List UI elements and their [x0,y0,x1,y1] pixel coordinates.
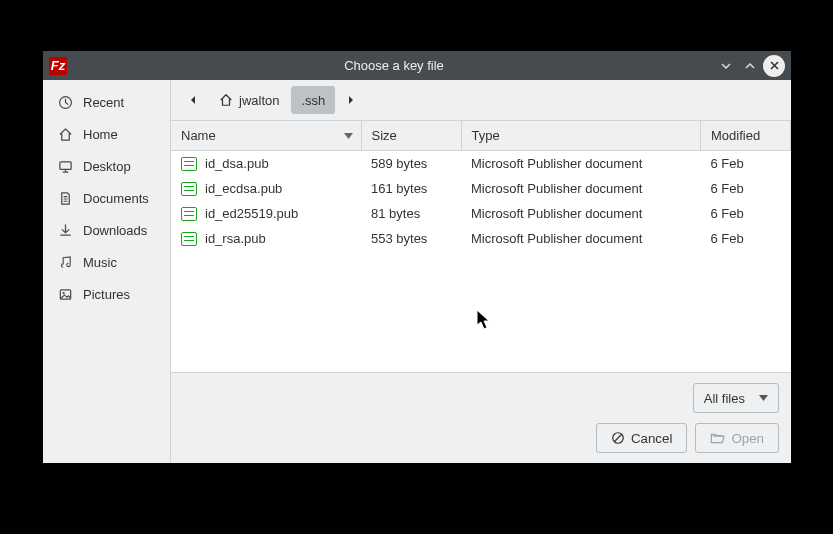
file-row[interactable]: id_ed25519.pub 81 bytes Microsoft Publis… [171,201,791,226]
cancel-button[interactable]: Cancel [596,423,688,453]
file-modified: 6 Feb [701,226,791,251]
window-title: Choose a key file [75,58,713,73]
file-type: Microsoft Publisher document [461,151,701,177]
sidebar-item-label: Desktop [83,159,131,174]
file-type: Microsoft Publisher document [461,176,701,201]
close-button[interactable] [763,55,785,77]
column-header-modified[interactable]: Modified [701,121,791,151]
clock-icon [57,94,73,110]
file-size: 81 bytes [361,201,461,226]
breadcrumb-segment-current[interactable]: .ssh [291,86,335,114]
sidebar-item-pictures[interactable]: Pictures [43,278,170,310]
sidebar-item-label: Music [83,255,117,270]
dialog-footer: All files Cancel [171,372,791,463]
column-header-size[interactable]: Size [361,121,461,151]
minimize-button[interactable] [715,55,737,77]
sidebar-item-label: Recent [83,95,124,110]
places-sidebar: Recent Home Desktop Documents [43,80,171,463]
file-name: id_ecdsa.pub [205,181,282,196]
sidebar-item-label: Downloads [83,223,147,238]
image-icon [57,286,73,302]
breadcrumb-label: jwalton [239,93,279,108]
file-name: id_rsa.pub [205,231,266,246]
publisher-file-icon [181,182,197,196]
home-icon [219,93,233,107]
file-name: id_ed25519.pub [205,206,298,221]
filezilla-icon: Fz [49,57,67,75]
publisher-file-icon [181,232,197,246]
music-icon [57,254,73,270]
breadcrumb-forward-button[interactable] [337,86,365,114]
chevron-down-icon [759,395,768,401]
sidebar-item-downloads[interactable]: Downloads [43,214,170,246]
file-row[interactable]: id_ecdsa.pub 161 bytes Microsoft Publish… [171,176,791,201]
open-button[interactable]: Open [695,423,779,453]
column-header-type[interactable]: Type [461,121,701,151]
breadcrumb-segment-home[interactable]: jwalton [209,86,289,114]
file-row[interactable]: id_dsa.pub 589 bytes Microsoft Publisher… [171,151,791,177]
sidebar-item-documents[interactable]: Documents [43,182,170,214]
svg-rect-1 [59,161,70,169]
publisher-file-icon [181,157,197,171]
folder-open-icon [710,431,725,445]
sidebar-item-label: Documents [83,191,149,206]
home-icon [57,126,73,142]
file-size: 589 bytes [361,151,461,177]
file-type: Microsoft Publisher document [461,226,701,251]
sidebar-item-label: Pictures [83,287,130,302]
column-header-name[interactable]: Name [171,121,361,151]
sidebar-item-music[interactable]: Music [43,246,170,278]
breadcrumb-label: .ssh [301,93,325,108]
cancel-icon [611,431,625,445]
desktop-icon [57,158,73,174]
publisher-file-icon [181,207,197,221]
sidebar-item-recent[interactable]: Recent [43,86,170,118]
sort-descending-icon [344,133,353,139]
maximize-button[interactable] [739,55,761,77]
titlebar: Fz Choose a key file [43,51,791,80]
documents-icon [57,190,73,206]
breadcrumb: jwalton .ssh [171,80,791,121]
breadcrumb-back-button[interactable] [179,86,207,114]
sidebar-item-home[interactable]: Home [43,118,170,150]
file-modified: 6 Feb [701,151,791,177]
file-size: 161 bytes [361,176,461,201]
file-type: Microsoft Publisher document [461,201,701,226]
file-size: 553 bytes [361,226,461,251]
file-name: id_dsa.pub [205,156,269,171]
file-modified: 6 Feb [701,176,791,201]
file-list: Name Size Type Modified id_d [171,121,791,372]
file-modified: 6 Feb [701,201,791,226]
sidebar-item-label: Home [83,127,118,142]
file-row[interactable]: id_rsa.pub 553 bytes Microsoft Publisher… [171,226,791,251]
file-open-dialog: Fz Choose a key file Recent Home [43,51,791,463]
sidebar-item-desktop[interactable]: Desktop [43,150,170,182]
svg-point-3 [62,291,64,293]
download-icon [57,222,73,238]
filter-selected-label: All files [704,391,745,406]
file-type-filter[interactable]: All files [693,383,779,413]
